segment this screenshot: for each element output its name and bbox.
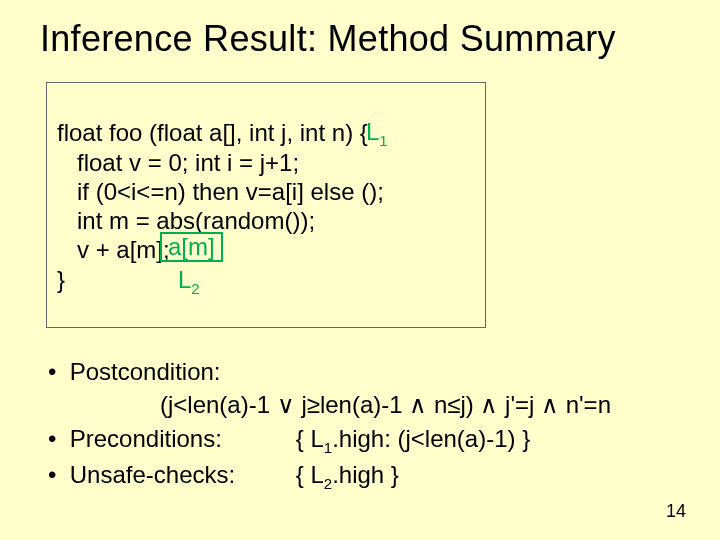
unsafe-post: .high }: [332, 461, 399, 488]
slide: Inference Result: Method Summary float f…: [0, 0, 720, 540]
code-block-wrapper: float foo (float a[], int j, int n) { fl…: [46, 82, 486, 328]
code-line-4: int m = abs(random());: [57, 207, 315, 234]
code-line-1: float foo (float a[], int j, int n) {: [57, 119, 368, 146]
pre-post: .high: (j<len(a)-1) }: [332, 425, 530, 452]
unsafe-value: { L2.high }: [296, 461, 399, 488]
unsafe-sub: 2: [324, 475, 332, 492]
code-line-5: v + a[m];: [57, 236, 170, 263]
preconditions-value: { L1.high: (j<len(a)-1) }: [296, 425, 530, 452]
code-line-2: float v = 0; int i = j+1;: [57, 149, 299, 176]
pre-pre: { L: [296, 425, 324, 452]
annotation-l1-text: L: [366, 118, 379, 145]
annotation-l1: L1: [366, 118, 388, 149]
annotation-l2-box: a[m]: [160, 232, 223, 262]
page-number: 14: [666, 501, 686, 522]
postcondition-expression: (j<len(a)-1 ∨ j≥len(a)-1 ∧ n≤j) ∧ j'=j ∧…: [160, 389, 680, 420]
annotation-l2: L2: [178, 266, 200, 297]
annotation-l1-sub: 1: [379, 132, 387, 149]
bullet-unsafe: • Unsafe-checks:{ L2.high }: [48, 459, 680, 493]
code-line-6: }: [57, 266, 65, 293]
bullet-list: • Postcondition: (j<len(a)-1 ∨ j≥len(a)-…: [48, 356, 680, 493]
postcondition-label: Postcondition:: [70, 358, 221, 385]
bullet-postcondition: • Postcondition:: [48, 356, 680, 387]
pre-sub: 1: [324, 438, 332, 455]
slide-title: Inference Result: Method Summary: [40, 18, 680, 60]
annotation-l2-text: L: [178, 266, 191, 293]
annotation-l2-sub: 2: [191, 280, 199, 297]
bullet-preconditions: • Preconditions:{ L1.high: (j<len(a)-1) …: [48, 423, 680, 457]
code-line-3: if (0<i<=n) then v=a[i] else ();: [57, 178, 384, 205]
code-block: float foo (float a[], int j, int n) { fl…: [46, 82, 486, 328]
unsafe-label: Unsafe-checks:: [70, 459, 296, 490]
unsafe-pre: { L: [296, 461, 324, 488]
preconditions-label: Preconditions:: [70, 423, 296, 454]
